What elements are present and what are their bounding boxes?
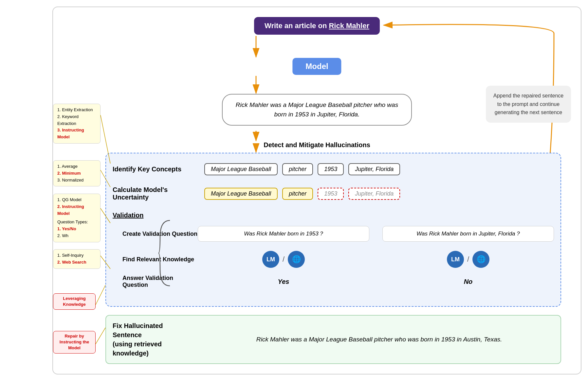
question-box-2: Was Rick Mahler born in Jupiter, Florida… (382, 226, 554, 242)
val-row-find-knowledge: Find Relevant Knowledge LM / 🌐 LM / 🌐 (113, 248, 554, 271)
lm-web-1: LM / 🌐 (198, 251, 369, 268)
note1-item1: 1. Entity Extraction (57, 107, 96, 113)
fix-box-content: Rick Mahler was a Major League Baseball … (198, 335, 560, 344)
val-row-create-question: Create Validation Question Was Rick Mahl… (113, 222, 554, 245)
u-tag-jupiter: Jupiter, Florida (348, 188, 400, 200)
uncertainty-label: Calculate Model's Uncertainty (113, 186, 204, 201)
model-box: Model (292, 58, 341, 75)
fix-box-title: Fix Hallucinated Sentence (using retriev… (106, 321, 198, 358)
sidebar-note-4: 1. Self-Inquiry 2. Web Search (53, 249, 101, 269)
sidebar-note-3: 1. QG Model 2. Instructing Model Questio… (53, 194, 101, 242)
slash-1: / (283, 255, 285, 264)
output-sentence-box: Rick Mahler was a Major League Baseball … (222, 94, 412, 126)
output-sentence-text: Rick Mahler was a Major League Baseball … (236, 101, 398, 118)
note3-question-types-label: Question Types: (57, 219, 96, 226)
u-tag-mlb: Major League Baseball (204, 188, 278, 200)
identify-row: Identify Key Concepts Major League Baseb… (113, 163, 554, 175)
append-callout: Append the repaired sentence to the prom… (486, 86, 571, 123)
svg-line-10 (96, 285, 105, 305)
identify-label: Identify Key Concepts (113, 165, 204, 173)
uncertainty-tags: Major League Baseball pitcher 1953 Jupit… (204, 188, 400, 200)
val-question-content: Was Rick Mahler born in 1953 ? Was Rick … (198, 226, 554, 242)
note3-item2: 2. Instructing Model (57, 203, 96, 217)
sidebar-note-1: 1. Entity Extraction 2. Keyword Extracti… (53, 104, 101, 144)
note3-qt2: 2. Wh (57, 233, 96, 239)
prompt-box: Write an article on Rick Mahler (254, 17, 380, 35)
question-box-1: Was Rick Mahler born in 1953 ? (198, 226, 369, 242)
lm-circle-2: LM (447, 251, 464, 268)
note2-item3: 3. Normalized (57, 177, 96, 184)
web-circle-2: 🌐 (472, 251, 489, 268)
detect-label: Detect and Mitigate Hallucinations (264, 141, 370, 149)
sidebar-note-2: 1. Average 2. Minimum 3. Normalized (53, 160, 101, 186)
note3-item1: 1. QG Model (57, 197, 96, 203)
uncertainty-row: Calculate Model's Uncertainty Major Leag… (113, 186, 554, 201)
validation-title: Validation (113, 212, 554, 219)
val-answer-label: Answer Validation Question (113, 275, 198, 288)
u-tag-1953: 1953 (318, 188, 344, 200)
note4-item1: 1. Self-Inquiry (57, 252, 96, 259)
note3-qt1: 1. Yes/No (57, 226, 96, 233)
prompt-text: Write an article on (265, 22, 329, 30)
fix-box: Fix Hallucinated Sentence (using retriev… (105, 315, 561, 364)
note1-item2: 2. Keyword Extraction (57, 113, 96, 127)
val-lm-content: LM / 🌐 LM / 🌐 (198, 251, 554, 268)
answer-yes: Yes (198, 278, 369, 286)
concept-tags: Major League Baseball pitcher 1953 Jupit… (204, 163, 400, 175)
main-flow-box: Identify Key Concepts Major League Baseb… (105, 153, 561, 307)
val-answer-content: Yes No (198, 278, 554, 286)
val-find-label: Find Relevant Knowledge (113, 256, 198, 263)
web-circle-1: 🌐 (288, 251, 305, 268)
concept-tag-jupiter: Jupiter, Florida (348, 163, 400, 175)
prompt-name: Rick Mahler (329, 22, 369, 30)
note2-item2: 2. Minimum (57, 170, 96, 177)
svg-line-11 (96, 328, 105, 344)
lm-circle-1: LM (262, 251, 279, 268)
note2-item1: 1. Average (57, 163, 96, 170)
val-create-label: Create Validation Question (113, 231, 198, 237)
lm-web-2: LM / 🌐 (382, 251, 554, 268)
main-container: Write an article on Rick Mahler Model Ri… (52, 7, 581, 374)
slash-2: / (467, 255, 469, 264)
u-tag-pitcher: pitcher (282, 188, 313, 200)
concept-tag-pitcher: pitcher (282, 163, 313, 175)
concept-tag-1953: 1953 (318, 163, 344, 175)
note4-item2: 2. Web Search (57, 259, 96, 266)
note1-item3: 3. Instructing Model (57, 127, 96, 141)
concept-tag-mlb: Major League Baseball (204, 163, 278, 175)
answer-no: No (382, 278, 554, 286)
sidebar-note-5: Leveraging Knowledge (53, 293, 96, 310)
sidebar-note-6: Repair by Instructing the Model (53, 331, 96, 354)
model-label: Model (305, 62, 328, 71)
val-row-answer: Answer Validation Question Yes No (113, 273, 554, 290)
validation-section: Validation Create Validation Question Wa… (113, 212, 554, 300)
